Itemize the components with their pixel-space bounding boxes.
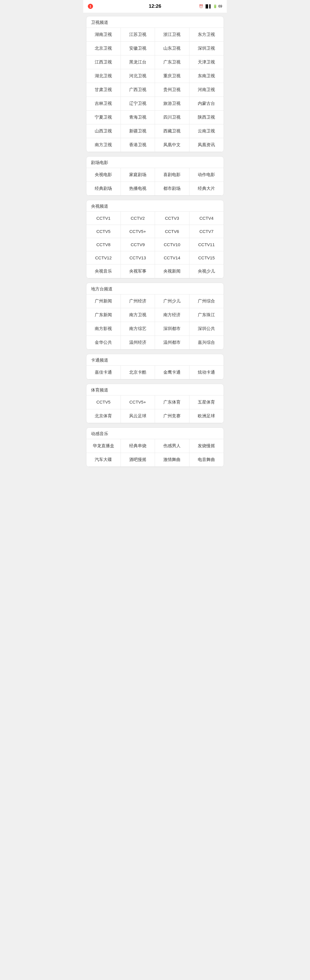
channel-cell[interactable]: 嘉佳卡通 xyxy=(86,366,121,379)
channel-cell[interactable]: 深圳卫视 xyxy=(189,41,224,56)
channel-cell[interactable]: 酒吧慢摇 xyxy=(121,453,155,467)
channel-cell[interactable]: 央视音乐 xyxy=(86,264,121,278)
channel-cell[interactable]: 喜剧电影 xyxy=(155,168,189,182)
channel-cell[interactable]: 广州少儿 xyxy=(155,294,189,308)
channel-cell[interactable]: 热播电视 xyxy=(121,182,155,196)
channel-cell[interactable]: CCTV14 xyxy=(155,251,189,264)
channel-cell[interactable]: 金鹰卡通 xyxy=(155,366,189,379)
channel-cell[interactable]: 央视少儿 xyxy=(189,264,224,278)
channel-cell[interactable]: 广州综合 xyxy=(189,294,224,308)
channel-cell[interactable]: 广东体育 xyxy=(155,396,189,409)
channel-cell[interactable]: 央视电影 xyxy=(86,168,121,182)
channel-cell[interactable]: 北京体育 xyxy=(86,409,121,423)
channel-cell[interactable]: CCTV15 xyxy=(189,251,224,264)
channel-cell[interactable]: 发烧慢摇 xyxy=(189,439,224,453)
channel-cell[interactable]: 香港卫视 xyxy=(121,138,155,152)
channel-cell[interactable]: CCTV13 xyxy=(121,251,155,264)
channel-cell[interactable]: 风云足球 xyxy=(121,409,155,423)
channel-cell[interactable]: 广东新闻 xyxy=(86,308,121,322)
channel-cell[interactable]: 欧洲足球 xyxy=(189,409,224,423)
channel-cell[interactable]: 经典剧场 xyxy=(86,182,121,196)
channel-cell[interactable]: 北京卡酷 xyxy=(121,366,155,379)
channel-cell[interactable]: CCTV5+ xyxy=(121,396,155,409)
channel-cell[interactable]: CCTV6 xyxy=(155,225,189,238)
channel-cell[interactable]: 北京卫视 xyxy=(86,41,121,56)
channel-cell[interactable]: 宁夏卫视 xyxy=(86,111,121,124)
channel-cell[interactable]: 云南卫视 xyxy=(189,124,224,138)
channel-cell[interactable]: CCTV5+ xyxy=(121,225,155,238)
channel-cell[interactable]: 旅游卫视 xyxy=(155,97,189,111)
channel-cell[interactable]: 动作电影 xyxy=(189,168,224,182)
channel-cell[interactable]: CCTV8 xyxy=(86,238,121,251)
channel-cell[interactable]: 内蒙古台 xyxy=(189,97,224,111)
channel-cell[interactable]: 陕西卫视 xyxy=(189,111,224,124)
channel-cell[interactable]: 安徽卫视 xyxy=(121,41,155,56)
channel-cell[interactable]: 青海卫视 xyxy=(121,111,155,124)
channel-cell[interactable]: CCTV10 xyxy=(155,238,189,251)
channel-cell[interactable]: 南方综艺 xyxy=(121,322,155,336)
channel-cell[interactable]: 广州竞赛 xyxy=(155,409,189,423)
channel-cell[interactable]: CCTV9 xyxy=(121,238,155,251)
channel-cell[interactable]: 汽车大碟 xyxy=(86,453,121,467)
channel-cell[interactable]: 炫动卡通 xyxy=(189,366,224,379)
channel-cell[interactable]: 广西卫视 xyxy=(121,83,155,97)
channel-cell[interactable]: 东方卫视 xyxy=(189,28,224,41)
channel-cell[interactable]: 金华公共 xyxy=(86,336,121,350)
channel-cell[interactable]: CCTV1 xyxy=(86,212,121,225)
channel-cell[interactable]: 吉林卫视 xyxy=(86,97,121,111)
channel-cell[interactable]: 四川卫视 xyxy=(155,111,189,124)
channel-cell[interactable]: 湖南卫视 xyxy=(86,28,121,41)
channel-cell[interactable]: 温州都市 xyxy=(155,336,189,350)
channel-cell[interactable]: 天津卫视 xyxy=(189,56,224,69)
channel-cell[interactable]: 河北卫视 xyxy=(121,69,155,83)
channel-cell[interactable]: 广州新闻 xyxy=(86,294,121,308)
channel-cell[interactable]: 贵州卫视 xyxy=(155,83,189,97)
channel-cell[interactable]: 深圳都市 xyxy=(155,322,189,336)
channel-cell[interactable]: 山西卫视 xyxy=(86,124,121,138)
channel-cell[interactable]: CCTV3 xyxy=(155,212,189,225)
channel-cell[interactable]: 辽宁卫视 xyxy=(121,97,155,111)
channel-cell[interactable]: 西藏卫视 xyxy=(155,124,189,138)
channel-cell[interactable]: 东南卫视 xyxy=(189,69,224,83)
channel-cell[interactable]: 激情舞曲 xyxy=(155,453,189,467)
channel-cell[interactable]: CCTV2 xyxy=(121,212,155,225)
channel-cell[interactable]: 五星体育 xyxy=(189,396,224,409)
channel-cell[interactable]: 山东卫视 xyxy=(155,41,189,56)
channel-cell[interactable]: 经典大片 xyxy=(189,182,224,196)
channel-cell[interactable]: 电音舞曲 xyxy=(189,453,224,467)
channel-cell[interactable]: 伤感男人 xyxy=(155,439,189,453)
channel-cell[interactable]: 深圳公共 xyxy=(189,322,224,336)
channel-cell[interactable]: 南方卫视 xyxy=(86,138,121,152)
channel-cell[interactable]: 央视军事 xyxy=(121,264,155,278)
channel-cell[interactable]: 温州经济 xyxy=(121,336,155,350)
channel-cell[interactable]: 浙江卫视 xyxy=(155,28,189,41)
channel-cell[interactable]: 重庆卫视 xyxy=(155,69,189,83)
channel-cell[interactable]: 广州经济 xyxy=(121,294,155,308)
channel-cell[interactable]: 经典串烧 xyxy=(121,439,155,453)
channel-cell[interactable]: 南方卫视 xyxy=(121,308,155,322)
channel-cell[interactable]: CCTV5 xyxy=(86,396,121,409)
channel-cell[interactable]: CCTV4 xyxy=(189,212,224,225)
channel-cell[interactable]: 广东卫视 xyxy=(155,56,189,69)
channel-cell[interactable]: 河南卫视 xyxy=(189,83,224,97)
channel-cell[interactable]: 南方经济 xyxy=(155,308,189,322)
channel-cell[interactable]: 甘肃卫视 xyxy=(86,83,121,97)
channel-cell[interactable]: 新疆卫视 xyxy=(121,124,155,138)
channel-cell[interactable]: CCTV11 xyxy=(189,238,224,251)
channel-cell[interactable]: 都市剧场 xyxy=(155,182,189,196)
channel-cell[interactable]: 黑龙江台 xyxy=(121,56,155,69)
channel-cell[interactable]: 广东珠江 xyxy=(189,308,224,322)
channel-cell[interactable]: CCTV5 xyxy=(86,225,121,238)
channel-cell[interactable]: 华龙直播盒 xyxy=(86,439,121,453)
channel-cell[interactable]: 央视新闻 xyxy=(155,264,189,278)
channel-cell[interactable]: 家庭剧场 xyxy=(121,168,155,182)
channel-cell[interactable]: 凤凰中文 xyxy=(155,138,189,152)
channel-cell[interactable]: 嘉兴综合 xyxy=(189,336,224,350)
channel-cell[interactable]: 凤凰资讯 xyxy=(189,138,224,152)
channel-cell[interactable]: 南方影视 xyxy=(86,322,121,336)
channel-cell[interactable]: 湖北卫视 xyxy=(86,69,121,83)
channel-cell[interactable]: CCTV12 xyxy=(86,251,121,264)
channel-cell[interactable]: 江苏卫视 xyxy=(121,28,155,41)
channel-cell[interactable]: 江西卫视 xyxy=(86,56,121,69)
channel-cell[interactable]: CCTV7 xyxy=(189,225,224,238)
